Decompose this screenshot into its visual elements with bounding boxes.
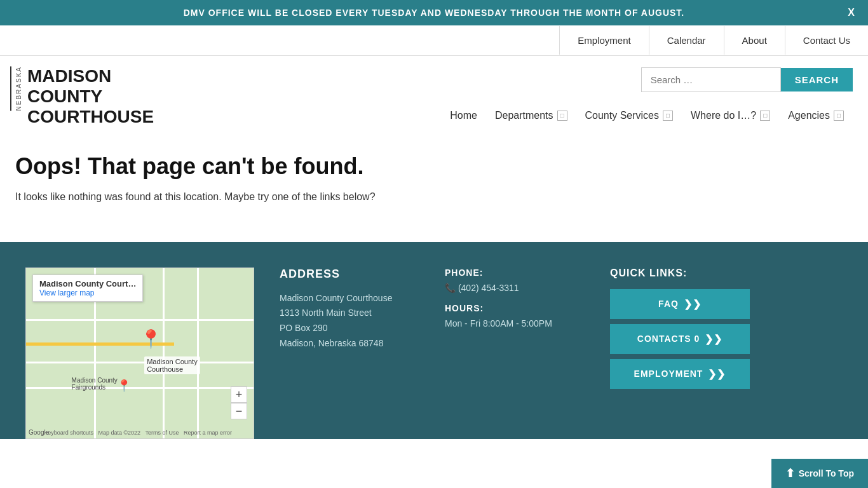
nav-departments[interactable]: Departments □	[486, 105, 576, 126]
search-button[interactable]: SEARCH	[781, 68, 853, 92]
map-fairgrounds-label: Madison CountyFairgrounds	[72, 377, 118, 391]
logo-line1: MADISON	[27, 66, 154, 86]
announcement-text: DMV OFFICE WILL BE CLOSED EVERY TUESDAY …	[25, 8, 843, 18]
nav-county-services-label: County Services	[585, 110, 660, 121]
footer-contact: PHONE: 📞 (402) 454-3311 HOURS: Mon - Fri…	[445, 268, 585, 331]
footer: Madison County Court… View larger map 📍 …	[0, 242, 868, 439]
footer-hours-title: HOURS:	[445, 303, 585, 313]
search-bar: SEARCH	[641, 67, 853, 92]
footer-quicklinks: QUICK LINKS: FAQ ❯❯ CONTACTS 0 ❯❯ EMPLOY…	[610, 268, 763, 394]
map-road	[26, 362, 254, 363]
map-pin: 📍	[140, 329, 162, 349]
nav-where-do-i[interactable]: Where do I…? □	[682, 105, 779, 126]
map-report[interactable]: Report a map error	[184, 430, 232, 436]
nav-departments-label: Departments	[495, 110, 553, 121]
quicklink-contacts-icon: ❯❯	[705, 333, 722, 345]
map-keyboard-shortcuts[interactable]: Keyboard shortcuts	[44, 430, 93, 436]
top-nav-about[interactable]: About	[724, 26, 785, 55]
logo-text: MADISON COUNTY COURTHOUSE	[27, 66, 154, 128]
nav-county-services-arrow: □	[663, 111, 673, 121]
nav-agencies[interactable]: Agencies □	[779, 105, 853, 126]
map-zoom-in[interactable]: +	[231, 386, 247, 403]
footer-address-lines: Madison County Courthouse 1313 North Mai…	[280, 291, 419, 351]
map-road	[26, 387, 254, 389]
map-attribution: Keyboard shortcuts Map data ©2022 Terms …	[44, 430, 232, 436]
map-controls: + −	[231, 386, 247, 419]
logo-sidebar-text: Nebraska	[10, 66, 22, 111]
map-zoom-out[interactable]: −	[231, 403, 247, 419]
top-navigation: Employment Calendar About Contact Us	[0, 25, 868, 56]
quicklink-faq-icon: ❯❯	[684, 298, 702, 310]
map-view-larger[interactable]: View larger map	[39, 288, 136, 297]
quicklink-employment-icon: ❯❯	[708, 368, 726, 380]
footer-address-line2: 1313 North Main Street	[280, 308, 372, 318]
map-tooltip: Madison County Court… View larger map	[32, 274, 143, 302]
footer-address: ADDRESS Madison County Courthouse 1313 N…	[280, 268, 419, 351]
map-road	[163, 268, 165, 438]
logo[interactable]: Nebraska MADISON COUNTY COURTHOUSE	[10, 66, 154, 128]
map-tooltip-title: Madison County Court…	[39, 279, 136, 288]
search-input[interactable]	[641, 67, 781, 92]
map-pin2: 📍	[117, 379, 131, 393]
map-terms[interactable]: Terms of Use	[145, 430, 179, 436]
nav-where-do-i-label: Where do I…?	[691, 110, 756, 121]
nav-county-services[interactable]: County Services □	[576, 105, 682, 126]
footer-phone-title: PHONE:	[445, 268, 585, 278]
nav-agencies-arrow: □	[834, 111, 844, 121]
top-nav-employment[interactable]: Employment	[559, 26, 648, 55]
nav-departments-arrow: □	[557, 111, 567, 121]
footer-quicklinks-title: QUICK LINKS:	[610, 268, 763, 279]
phone-icon: 📞	[445, 283, 456, 293]
footer-address-title: ADDRESS	[280, 268, 419, 281]
footer-phone-number: 📞 (402) 454-3311	[445, 283, 585, 293]
logo-line2: COUNTY	[27, 86, 154, 107]
header-right: SEARCH Home Departments □ County Service…	[441, 67, 853, 126]
header: Nebraska MADISON COUNTY COURTHOUSE SEARC…	[0, 56, 868, 128]
map-data: Map data ©2022	[98, 430, 140, 436]
footer-hours-value: Mon - Fri 8:00AM - 5:00PM	[445, 318, 585, 329]
footer-address-line3: PO Box 290	[280, 323, 328, 333]
quicklink-employment[interactable]: EMPLOYMENT ❯❯	[610, 359, 750, 389]
top-nav-contact[interactable]: Contact Us	[785, 26, 868, 55]
quicklink-contacts-label: CONTACTS 0	[637, 334, 700, 344]
phone-number: (402) 454-3311	[458, 283, 519, 293]
error-title: Oops! That page can't be found.	[15, 153, 853, 180]
map-road	[197, 268, 199, 438]
map-label: Madison CountyCourthouse	[144, 356, 200, 374]
main-navigation: Home Departments □ County Services □ Whe…	[441, 105, 853, 126]
logo-line3: COURTHOUSE	[27, 107, 154, 127]
footer-address-line1: Madison County Courthouse	[280, 293, 392, 303]
nav-where-do-i-arrow: □	[760, 111, 770, 121]
announcement-bar: DMV OFFICE WILL BE CLOSED EVERY TUESDAY …	[0, 0, 868, 25]
main-content: Oops! That page can't be found. It looks…	[0, 128, 868, 242]
nav-home-label: Home	[450, 110, 477, 121]
map-container[interactable]: Madison County Court… View larger map 📍 …	[25, 268, 254, 439]
quicklink-employment-label: EMPLOYMENT	[634, 369, 703, 379]
quicklink-faq[interactable]: FAQ ❯❯	[610, 289, 750, 319]
map-road	[26, 319, 254, 321]
nav-home[interactable]: Home	[441, 105, 486, 126]
quicklink-faq-label: FAQ	[658, 299, 679, 309]
footer-address-line4: Madison, Nebraska 68748	[280, 338, 383, 348]
error-message: It looks like nothing was found at this …	[15, 191, 853, 203]
top-nav-calendar[interactable]: Calendar	[649, 26, 724, 55]
announcement-close-button[interactable]: X	[848, 7, 855, 18]
nav-agencies-label: Agencies	[788, 110, 830, 121]
quicklink-contacts[interactable]: CONTACTS 0 ❯❯	[610, 324, 750, 354]
